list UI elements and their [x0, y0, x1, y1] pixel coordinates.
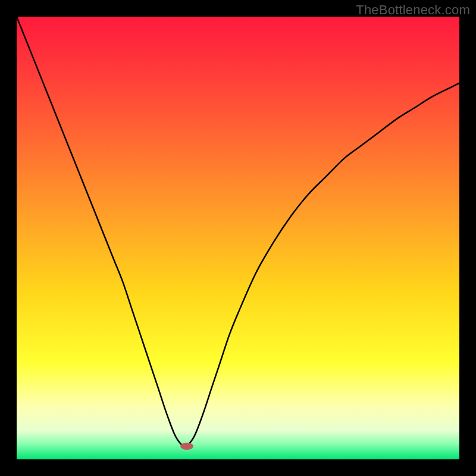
- chart-frame: TheBottleneck.com: [0, 0, 476, 476]
- highlight-marker: [180, 443, 193, 450]
- plot-area: [17, 17, 459, 459]
- watermark-text: TheBottleneck.com: [356, 2, 470, 18]
- bottleneck-curve: [17, 17, 459, 459]
